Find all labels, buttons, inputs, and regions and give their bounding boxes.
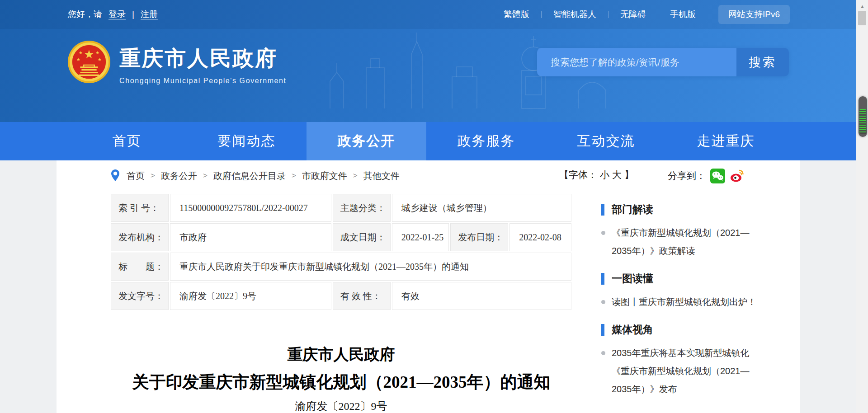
- document-number: 渝府发〔2022〕9号: [109, 399, 573, 413]
- nav-item-about-chongqing[interactable]: 走进重庆: [666, 122, 786, 160]
- site-title-english: Chongqing Municipal People's Government: [119, 77, 287, 85]
- site-title: 重庆市人民政府: [119, 44, 287, 73]
- scrollbar-up-arrow[interactable]: ▲: [856, 3, 868, 10]
- wechat-share-button[interactable]: [710, 169, 725, 183]
- table-row: 发文字号： 渝府发〔2022〕9号 有 效 性： 有效: [111, 282, 571, 310]
- section-accent-bar: [601, 324, 604, 336]
- breadcrumb-info-catalog[interactable]: 政府信息公开目录: [213, 170, 286, 182]
- register-link[interactable]: 注册: [141, 9, 158, 20]
- section-one-image-read: 一图读懂 读图丨重庆市新型城镇化规划出炉！: [601, 272, 760, 311]
- table-row: 索 引 号： 11500000009275780L/2022-00027 主题分…: [111, 194, 571, 222]
- publish-date-value: 2022-02-08: [509, 223, 571, 251]
- traditional-chinese-link[interactable]: 繁體版: [492, 9, 541, 20]
- validity-value: 有效: [392, 282, 571, 310]
- title-value: 重庆市人民政府关于印发重庆市新型城镇化规划（2021—2035年）的通知: [170, 253, 571, 281]
- nav-item-news[interactable]: 要闻动态: [187, 122, 307, 160]
- smart-robot-link[interactable]: 智能机器人: [542, 9, 608, 20]
- breadcrumb-separator: >: [353, 171, 358, 180]
- section-title: 媒体视角: [612, 323, 653, 337]
- breadcrumb-separator: >: [203, 171, 208, 180]
- section-media-perspective: 媒体视角 2035年重庆将基本实现新型城镇化 《重庆市新型城镇化规划（2021—…: [601, 323, 760, 398]
- svg-text:★: ★: [76, 57, 80, 62]
- svg-text:★: ★: [84, 48, 94, 61]
- breadcrumb-other-documents[interactable]: 其他文件: [363, 170, 400, 182]
- search-button[interactable]: 搜索: [736, 48, 789, 76]
- section-title: 一图读懂: [612, 272, 653, 286]
- doc-number-value: 渝府发〔2022〕9号: [170, 282, 331, 310]
- issuer-label: 发布机构：: [111, 223, 169, 251]
- widget-stripes-decoration: [859, 109, 866, 134]
- table-row: 发布机构： 市政府 成文日期： 2022-01-25 发布日期： 2022-02…: [111, 223, 571, 251]
- document-title-line2: 关于印发重庆市新型城镇化规划（2021—2035年）的通知: [84, 371, 599, 394]
- breadcrumb-row: 首页 > 政务公开 > 政府信息公开目录 > 市政府文件 > 其他文件 【字体：…: [57, 167, 800, 188]
- breadcrumb-home[interactable]: 首页: [127, 170, 145, 182]
- list-item[interactable]: 《重庆市新型城镇化规划（2021—2035年）》政策解读: [601, 224, 760, 260]
- nav-item-home[interactable]: 首页: [67, 122, 187, 160]
- content-background: 首页 > 政务公开 > 政府信息公开目录 > 市政府文件 > 其他文件 【字体：…: [0, 160, 856, 413]
- font-size-label-close: 】: [624, 169, 634, 181]
- share-label: 分享到：: [668, 169, 706, 182]
- nav-item-interaction[interactable]: 互动交流: [546, 122, 666, 160]
- weibo-share-button[interactable]: [730, 169, 745, 183]
- index-number-value: 11500000009275780L/2022-00027: [170, 194, 331, 222]
- main-navigation: 首页 要闻动态 政务公开 政务服务 互动交流 走进重庆: [0, 122, 856, 160]
- table-row: 标 题： 重庆市人民政府关于印发重庆市新型城镇化规划（2021—2035年）的通…: [111, 253, 571, 281]
- accessibility-link[interactable]: 无障碍: [609, 9, 658, 20]
- title-label: 标 题：: [111, 253, 169, 281]
- mobile-version-link[interactable]: 手机版: [658, 9, 708, 20]
- breadcrumb: 首页 > 政务公开 > 政府信息公开目录 > 市政府文件 > 其他文件: [110, 167, 400, 185]
- font-size-label: 【字体：: [559, 169, 597, 181]
- login-register-divider: |: [132, 9, 134, 19]
- greeting-text: 您好，请: [68, 9, 102, 20]
- section-title: 部门解读: [612, 202, 653, 216]
- login-link[interactable]: 登录: [108, 9, 126, 20]
- written-date-label: 成文日期：: [333, 223, 391, 251]
- section-accent-bar: [601, 204, 604, 216]
- index-number-label: 索 引 号：: [111, 194, 169, 222]
- scrollbar-thumb[interactable]: [858, 11, 866, 25]
- breadcrumb-city-gov-documents[interactable]: 市政府文件: [302, 170, 347, 182]
- share-tools: 分享到：: [668, 167, 745, 185]
- svg-text:★: ★: [98, 57, 102, 62]
- site-search: 搜索: [537, 48, 789, 76]
- site-header: 您好，请 登录 | 注册 繁體版 智能机器人 无障碍 手机版 网站支持IPv6 …: [0, 0, 856, 122]
- doc-meta-table: 索 引 号： 11500000009275780L/2022-00027 主题分…: [109, 192, 573, 311]
- font-size-tools: 【字体： 小 大 】: [559, 169, 634, 181]
- top-utility-bar: 您好，请 登录 | 注册 繁體版 智能机器人 无障碍 手机版 网站支持IPv6: [0, 0, 856, 29]
- font-size-small-button[interactable]: 小: [600, 169, 609, 181]
- doc-number-label: 发文字号：: [111, 282, 169, 310]
- nav-item-gov-services[interactable]: 政务服务: [426, 122, 546, 160]
- content-container: 首页 > 政务公开 > 政府信息公开目录 > 市政府文件 > 其他文件 【字体：…: [57, 160, 800, 413]
- list-item[interactable]: 2035年重庆将基本实现新型城镇化 《重庆市新型城镇化规划（2021—2035年…: [601, 344, 760, 398]
- validity-label: 有 效 性：: [333, 282, 391, 310]
- breadcrumb-gov-disclosure[interactable]: 政务公开: [161, 170, 197, 182]
- written-date-value: 2022-01-25: [392, 223, 449, 251]
- national-emblem-icon: ★ ★ ★ ★ ★: [67, 40, 111, 84]
- site-logo[interactable]: ★ ★ ★ ★ ★ 重庆市人民政府 Chongqing Municipal Pe…: [67, 40, 287, 85]
- topic-category-value: 城乡建设（城乡管理）: [392, 194, 571, 222]
- search-input[interactable]: [537, 48, 736, 76]
- accessibility-widget[interactable]: [859, 96, 867, 137]
- document-title-line1: 重庆市人民政府: [109, 344, 573, 365]
- topic-category-label: 主题分类：: [333, 194, 391, 222]
- publish-date-label: 发布日期：: [450, 223, 508, 251]
- vertical-scrollbar[interactable]: ▲: [856, 0, 868, 413]
- related-reading-sidebar: 部门解读 《重庆市新型城镇化规划（2021—2035年）》政策解读 一图读懂 读…: [601, 202, 760, 410]
- ipv6-support-badge[interactable]: 网站支持IPv6: [718, 5, 790, 24]
- breadcrumb-separator: >: [292, 171, 296, 180]
- section-department-interpretation: 部门解读 《重庆市新型城镇化规划（2021—2035年）》政策解读: [601, 202, 760, 260]
- nav-item-gov-disclosure[interactable]: 政务公开: [307, 122, 426, 160]
- breadcrumb-separator: >: [151, 171, 155, 180]
- font-size-large-button[interactable]: 大: [612, 169, 622, 181]
- location-pin-icon: [110, 169, 121, 183]
- issuer-value: 市政府: [170, 223, 331, 251]
- list-item[interactable]: 读图丨重庆市新型城镇化规划出炉！: [601, 293, 760, 311]
- svg-text:★: ★: [79, 50, 83, 55]
- section-accent-bar: [601, 273, 604, 285]
- svg-text:★: ★: [95, 50, 99, 55]
